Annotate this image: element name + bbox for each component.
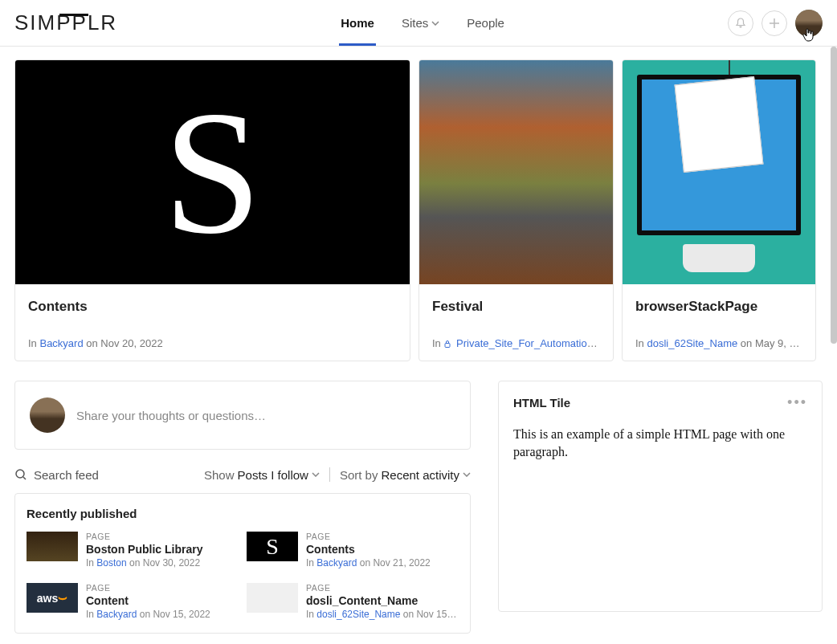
tile-body: This is an example of a simple HTML page… <box>499 419 822 468</box>
more-options-button[interactable]: ••• <box>787 394 807 411</box>
card-browserstack[interactable]: browserStackPage In dosli_62Site_Name on… <box>622 59 816 361</box>
card-title: Contents <box>28 299 397 315</box>
recent-meta: In Backyard on Nov 15, 2022 <box>86 609 239 620</box>
card-site-link[interactable]: dosli_62Site_Name <box>647 337 737 349</box>
nav-sites[interactable]: Sites <box>400 2 441 44</box>
bell-icon <box>734 17 747 30</box>
lock-icon <box>443 340 451 348</box>
card-image: S <box>15 60 410 284</box>
plus-icon <box>769 18 780 29</box>
panel-title: Recently published <box>27 507 459 520</box>
card-site-link[interactable]: Backyard <box>39 337 83 349</box>
main-content: S Contents In Backyard on Nov 20, 2022 F… <box>0 47 837 644</box>
recent-item[interactable]: PAGE dosli_Content_Name In dosli_62Site_… <box>247 583 459 620</box>
nav-sites-label: Sites <box>402 16 428 30</box>
site-link[interactable]: Backyard <box>96 609 137 620</box>
divider <box>329 467 330 482</box>
share-input[interactable]: Share your thoughts or questions… <box>76 409 455 422</box>
recent-title: Content <box>86 594 239 607</box>
user-avatar-small <box>30 397 65 433</box>
thumbnail: S <box>247 532 298 561</box>
svg-point-1 <box>16 470 24 478</box>
bottom-row: Share your thoughts or questions… Search… <box>14 381 823 634</box>
recent-item[interactable]: S PAGE Contents In Backyard on Nov 21, 2… <box>247 532 459 569</box>
card-festival[interactable]: Festival In Private_Site_For_Automation … <box>418 59 614 361</box>
header: SIMPPLR Home Sites People <box>0 0 837 47</box>
chevron-down-icon <box>463 472 471 477</box>
nav-home[interactable]: Home <box>339 2 376 44</box>
main-nav: Home Sites People <box>117 2 728 44</box>
show-filter[interactable]: Show Posts I follow <box>204 468 320 482</box>
chevron-down-icon <box>431 21 439 26</box>
site-link[interactable]: dosli_62Site_Name <box>316 609 400 620</box>
search-feed-label: Search feed <box>34 468 99 482</box>
card-site-link[interactable]: Private_Site_For_Automation <box>456 337 598 349</box>
card-title: Festival <box>432 299 600 315</box>
card-meta: In Private_Site_For_Automation on … <box>432 337 600 349</box>
recent-title: Boston Public Library <box>86 543 239 556</box>
thumbnail <box>247 583 298 613</box>
recent-meta: In Boston on Nov 30, 2022 <box>86 557 239 569</box>
recent-item[interactable]: aws⌣ PAGE Content In Backyard on Nov 15,… <box>27 583 239 620</box>
recent-meta: In dosli_62Site_Name on Nov 15, 2… <box>306 609 459 620</box>
scrollbar[interactable] <box>831 47 837 344</box>
recently-published-panel: Recently published PAGE Boston Public Li… <box>14 493 471 634</box>
search-icon <box>14 468 27 481</box>
search-feed[interactable]: Search feed <box>14 468 194 482</box>
recent-item[interactable]: PAGE Boston Public Library In Boston on … <box>27 532 239 569</box>
content-type-tag: PAGE <box>86 532 239 541</box>
recent-grid: PAGE Boston Public Library In Boston on … <box>27 532 459 620</box>
html-tile: HTML Tile ••• This is an example of a si… <box>498 381 823 612</box>
right-column: HTML Tile ••• This is an example of a si… <box>498 381 823 634</box>
card-meta: In Backyard on Nov 20, 2022 <box>28 337 397 349</box>
nav-people[interactable]: People <box>465 2 506 44</box>
site-link[interactable]: Boston <box>96 557 126 569</box>
thumbnail: aws⌣ <box>27 583 78 613</box>
svg-rect-0 <box>445 344 450 348</box>
left-column: Share your thoughts or questions… Search… <box>14 381 471 634</box>
notifications-button[interactable] <box>728 10 753 36</box>
thumbnail <box>27 532 78 561</box>
card-title: browserStackPage <box>635 299 802 315</box>
tile-header: HTML Tile ••• <box>499 381 822 419</box>
recent-title: dosli_Content_Name <box>306 594 459 607</box>
featured-cards: S Contents In Backyard on Nov 20, 2022 F… <box>14 59 823 361</box>
recent-meta: In Backyard on Nov 21, 2022 <box>306 557 459 569</box>
site-link[interactable]: Backyard <box>316 557 357 569</box>
card-image <box>623 60 815 284</box>
logo[interactable]: SIMPPLR <box>14 10 117 35</box>
ellipsis-icon: ••• <box>787 394 807 410</box>
add-button[interactable] <box>761 10 787 36</box>
content-type-tag: PAGE <box>86 583 239 593</box>
card-contents[interactable]: S Contents In Backyard on Nov 20, 2022 <box>14 59 410 361</box>
tile-title: HTML Tile <box>513 396 787 410</box>
feed-bar: Search feed Show Posts I follow Sort by … <box>14 467 471 482</box>
card-image <box>419 60 613 284</box>
content-type-tag: PAGE <box>306 583 459 593</box>
chevron-down-icon <box>312 472 320 477</box>
card-meta: In dosli_62Site_Name on May 9, 2022 <box>635 337 802 349</box>
recent-title: Contents <box>306 543 459 556</box>
cursor-hand-icon <box>802 27 815 42</box>
sort-filter[interactable]: Sort by Recent activity <box>340 468 471 482</box>
content-type-tag: PAGE <box>306 532 459 541</box>
share-box[interactable]: Share your thoughts or questions… <box>14 381 471 450</box>
